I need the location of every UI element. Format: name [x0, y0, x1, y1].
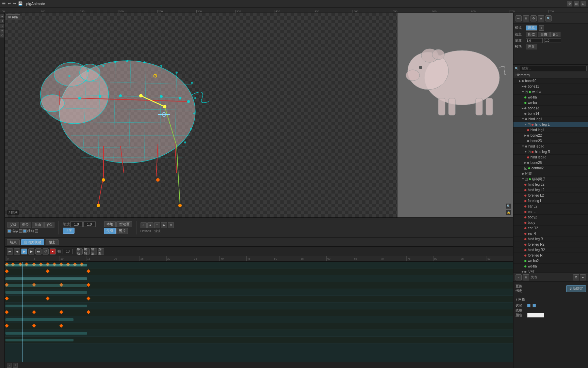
tool-checkbox-3[interactable] — [23, 229, 27, 233]
hier-check[interactable] — [524, 167, 527, 170]
undo-icon[interactable]: ↩ — [8, 1, 11, 6]
hier-item-hind-leg-l-2[interactable]: ▼ hind leg L — [513, 122, 588, 127]
hierarchy-search-input[interactable] — [520, 66, 587, 71]
timeline-tracks[interactable] — [5, 262, 513, 362]
hier-item-fore-leg-r2[interactable]: fore leg R2 — [513, 242, 588, 247]
keyframe[interactable] — [59, 324, 63, 327]
world-btn[interactable]: 世界 — [63, 228, 75, 234]
hier-item-we-ba[interactable]: ▼ we·ba — [513, 89, 588, 95]
tool-icon-5[interactable]: ⊕ — [168, 222, 174, 228]
select-check-1[interactable] — [527, 304, 530, 307]
track-move-btn[interactable]: 移动 — [77, 248, 83, 255]
redo-icon[interactable]: ↪ — [13, 1, 16, 6]
brp-tool-1[interactable]: ≡ — [516, 274, 522, 280]
hier-item-ear-l2[interactable]: ear L2 — [513, 204, 588, 209]
hier-item-ear-l[interactable]: ear L — [513, 209, 588, 215]
anim-btn-2[interactable]: 🎬 动画 — [116, 221, 132, 227]
hier-check[interactable] — [528, 151, 530, 153]
keyframe[interactable] — [5, 310, 9, 314]
keyframe[interactable] — [32, 324, 36, 327]
menu-icon[interactable]: ☰ — [2, 1, 6, 6]
hier-check[interactable] — [525, 91, 528, 93]
tool-scale[interactable]: ⊞ — [0, 29, 4, 33]
tool-merge-btn[interactable]: 合1 — [44, 222, 54, 228]
hier-item-fore-leg-l2[interactable]: fore leg L2 — [513, 193, 588, 198]
ctrl-prev-frame[interactable]: ◀ — [14, 248, 20, 255]
tool-icon-3[interactable]: □ — [154, 222, 160, 228]
hier-item-bone14[interactable]: bone14 — [513, 111, 588, 117]
hier-item-hind-leg-r-2[interactable]: ▼ hind leg R — [513, 149, 588, 155]
rp-tool-5[interactable]: 🔍 — [545, 15, 552, 21]
track-rotate-btn[interactable]: 旋转 — [84, 248, 90, 255]
tl-btn-end[interactable]: 结束 — [7, 239, 20, 245]
keyframe[interactable] — [5, 324, 9, 327]
brp-tool-2[interactable]: ⚙ — [573, 274, 579, 280]
hier-item-bone23[interactable]: bone23 — [513, 138, 588, 144]
mode-mesh-btn[interactable]: 网格 — [526, 25, 537, 31]
main-viewport[interactable]: ⚙ 7 网格 ⊞ 网格 — [5, 13, 397, 217]
viewport-mode-btn[interactable]: ⊞ 网格 — [6, 14, 20, 20]
view-lock[interactable]: 🔒 — [506, 210, 511, 215]
hier-item-fore-leg-l[interactable]: fore leg L — [513, 198, 588, 204]
hier-item-ear-r[interactable]: ear R — [513, 231, 588, 236]
hier-item-we-ba2[interactable]: we·ba2 — [513, 258, 588, 264]
tl-btn-autokey[interactable]: 自动关联键 — [21, 239, 44, 245]
mode-icon-1[interactable]: ≡ — [539, 25, 544, 31]
keyframe[interactable] — [32, 310, 36, 314]
scale-y-input[interactable] — [83, 221, 96, 227]
hier-item-parent[interactable]: ▶ 父统 — [513, 269, 588, 273]
scale-y[interactable] — [544, 38, 561, 43]
view-btn-1[interactable]: 归位 — [526, 32, 537, 37]
hier-item-bone13[interactable]: ▶ bone13 — [513, 106, 588, 111]
ctrl-next-frame[interactable]: ▶ — [28, 248, 34, 255]
rp-tool-1[interactable]: ✏ — [516, 15, 522, 21]
scale-x-input[interactable] — [70, 221, 83, 227]
keyframe[interactable] — [86, 310, 90, 314]
tool-checkbox-2[interactable] — [19, 229, 22, 233]
keyframe[interactable] — [86, 296, 90, 300]
scale-x[interactable] — [526, 38, 543, 43]
hier-item-we-ba-skin[interactable]: we·ba — [513, 264, 588, 269]
tool-icon-2[interactable]: ● — [147, 222, 153, 228]
tool-rotate[interactable]: ↻ — [0, 24, 4, 28]
anim-btn-3[interactable]: 父级 — [104, 228, 116, 234]
ctrl-play-back[interactable]: ⏮ — [7, 248, 13, 255]
window-icon[interactable]: ⊡ — [581, 1, 586, 6]
zoom-control[interactable]: 🔍 — [506, 203, 511, 209]
world-mode-btn[interactable]: 世界 — [526, 44, 537, 49]
hier-item-hind-leg-l-3[interactable]: hind leg L — [513, 127, 588, 133]
hier-item-constraint[interactable]: 约束 — [513, 171, 588, 177]
save-icon[interactable]: 💾 — [18, 1, 23, 6]
hier-item-hind-leg-r2[interactable]: hind leg R2 — [513, 247, 588, 253]
tl-zoom-in[interactable]: + — [13, 363, 18, 368]
tl-zoom-out[interactable]: - — [7, 363, 12, 368]
hier-item-hind-leg-l2[interactable]: hind leg L2 — [513, 182, 588, 187]
keyframe[interactable] — [86, 269, 90, 273]
tool-free-btn[interactable]: 自由 — [32, 222, 44, 228]
color-picker[interactable] — [527, 313, 544, 318]
hier-item-bone10[interactable]: ▶ bone10 — [513, 78, 588, 84]
rp-tool-3[interactable]: ⚙ — [530, 15, 537, 21]
hier-item-skin[interactable]: ▼ 绑制绳子 — [513, 177, 588, 182]
track-scale-btn[interactable]: 缩放 — [91, 248, 97, 255]
ctrl-play-end[interactable]: ⏭ — [35, 248, 42, 255]
hier-check[interactable] — [525, 178, 528, 181]
brp-tool-3[interactable]: ● — [580, 274, 586, 280]
hier-item-hind-leg-l2b[interactable]: hind leg L2 — [513, 187, 588, 193]
hier-item-hind-leg-r-skin[interactable]: hind leg R — [513, 236, 588, 242]
hier-item-hind-leg-r-3[interactable]: hind leg R — [513, 155, 588, 160]
select-check-2[interactable] — [533, 304, 536, 307]
view-btn-3[interactable]: 合1 — [550, 32, 560, 37]
ctrl-record[interactable]: ● — [50, 248, 56, 255]
rp-tool-4[interactable]: ★ — [538, 15, 544, 21]
hier-item-ear-r2[interactable]: ear R2 — [513, 226, 588, 231]
hier-item-bone11[interactable]: ▶ bone11 — [513, 84, 588, 89]
keyframe[interactable] — [46, 296, 49, 300]
hier-item-we-ba-2[interactable]: we·ba — [513, 95, 588, 100]
track-shape-btn[interactable]: 选型 — [98, 248, 104, 255]
tool-view-btn[interactable]: 归位 — [20, 222, 31, 228]
tl-btn-undo[interactable]: 撤去 — [46, 239, 59, 245]
hier-item-hind-leg-r[interactable]: ▼ hind leg R — [513, 144, 588, 149]
tool-checkbox-4[interactable] — [35, 229, 38, 233]
keyframe[interactable] — [5, 296, 9, 300]
